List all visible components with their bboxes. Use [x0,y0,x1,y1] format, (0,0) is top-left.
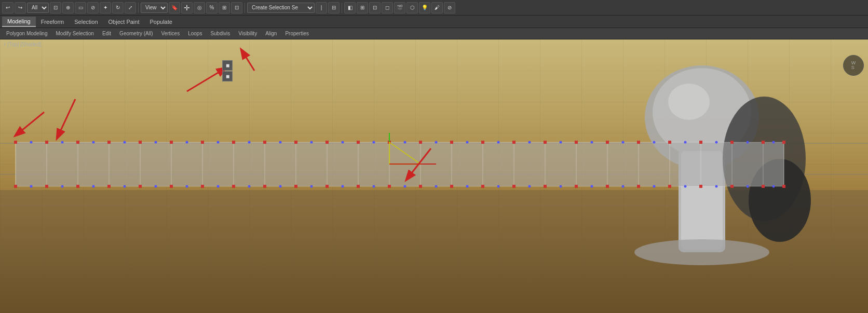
magnet-tool[interactable]: ⊞ [219,2,230,13]
svg-rect-83 [699,185,702,188]
tab-modeling[interactable]: Modeling [2,17,36,27]
material-tool[interactable]: ⬡ [406,2,418,13]
svg-rect-71 [326,185,329,188]
svg-point-103 [528,141,531,144]
mesh-strip [0,133,789,195]
svg-point-110 [747,141,749,144]
submenu-edit[interactable]: Edit [98,30,115,37]
bookmark-tool[interactable]: 🔖 [169,2,180,13]
svg-rect-36 [45,141,48,144]
svg-point-100 [435,141,438,144]
pin-tool[interactable]: ⊡ [231,2,242,13]
array-tool[interactable]: ⊞ [357,2,368,13]
sub-menu-bar: Polygon Modeling Modify Selection Edit G… [0,28,868,39]
undo-tool[interactable]: ↩ [2,2,13,13]
svg-point-121 [310,185,313,188]
panel-icon-1[interactable]: ◼ [222,60,233,71]
svg-rect-61 [14,185,17,188]
svg-point-114 [92,185,95,188]
svg-rect-67 [201,185,204,188]
svg-rect-86 [782,185,785,188]
viewport-label: + [Top] [Shaded] [3,42,41,47]
svg-point-93 [217,141,220,144]
svg-rect-54 [606,141,609,144]
svg-rect-66 [170,185,173,188]
submenu-loops[interactable]: Loops [184,30,206,37]
svg-point-105 [591,141,593,144]
all-dropdown[interactable]: All [27,3,49,13]
light-tool[interactable]: 💡 [419,2,430,13]
tab-populate[interactable]: Populate [144,17,177,26]
render-tool[interactable]: 🎬 [394,2,405,13]
lasso-tool[interactable]: ⊘ [87,2,99,13]
svg-point-113 [61,185,64,188]
submenu-subdivis[interactable]: Subdivis [206,30,234,37]
svg-point-126 [466,185,469,188]
svg-rect-62 [45,185,48,188]
svg-rect-37 [76,141,79,144]
percent-tool[interactable]: % [206,2,218,13]
submenu-geometry-all[interactable]: Geometry (All) [115,30,157,37]
svg-rect-75 [450,185,453,188]
rotate-tool[interactable]: ↻ [112,2,124,13]
svg-point-133 [684,185,687,188]
svg-point-87 [30,141,33,144]
panel-icon-2[interactable]: ◼ [222,71,233,81]
tab-freeform[interactable]: Freeform [36,17,70,26]
svg-rect-45 [326,141,329,144]
submenu-visibility[interactable]: Visibility [234,30,261,37]
svg-point-145 [668,84,710,120]
viewport[interactable]: + [Top] [Shaded] [0,39,868,313]
snap-tool[interactable]: ◎ [194,2,205,13]
svg-rect-44 [294,141,297,144]
submenu-vertices[interactable]: Vertices [157,30,184,37]
move-tool[interactable]: ⊕ [62,2,74,13]
paint-tool[interactable]: 🖌 [431,2,443,13]
svg-rect-46 [357,141,360,144]
select-tool[interactable]: ⊡ [50,2,61,13]
svg-rect-59 [762,141,765,144]
extra-tool[interactable]: ⊘ [444,2,455,13]
svg-point-116 [155,185,157,188]
pin2-tool[interactable]: | [316,2,327,13]
svg-rect-55 [637,141,640,144]
group-tool[interactable]: ⊡ [369,2,381,13]
submenu-align[interactable]: Align [261,30,281,37]
scale-tool[interactable]: ⤢ [125,2,136,13]
submenu-modify-selection[interactable]: Modify Selection [52,30,98,37]
rect-select-tool[interactable]: ▭ [75,2,86,13]
svg-point-130 [591,185,593,188]
svg-rect-82 [668,185,671,188]
svg-rect-64 [107,185,111,188]
create-selection-dropdown[interactable]: Create Selection Se [247,3,315,13]
floating-icon-panel: ◼ ◼ [222,60,233,81]
move-gizmo[interactable]: ✛ [181,2,193,13]
svg-rect-57 [699,141,702,144]
svg-point-132 [653,185,656,188]
svg-point-97 [342,141,344,144]
obj-tool[interactable]: ◻ [382,2,393,13]
align-tool[interactable]: ⊟ [328,2,340,13]
transform-tool[interactable]: ✦ [100,2,111,13]
svg-point-118 [217,185,220,188]
svg-point-107 [653,141,656,144]
submenu-polygon-modeling[interactable]: Polygon Modeling [2,30,52,37]
svg-rect-84 [730,185,734,188]
tab-objectpaint[interactable]: Object Paint [103,17,145,26]
view-dropdown[interactable]: View [141,3,168,13]
svg-rect-40 [170,141,173,144]
svg-point-119 [248,185,251,188]
tab-selection[interactable]: Selection [69,17,103,26]
separator-2 [245,3,245,13]
strip-svg [0,133,799,195]
svg-rect-49 [450,141,453,144]
svg-point-112 [30,185,33,188]
redo-tool[interactable]: ↪ [15,2,26,13]
svg-rect-41 [201,141,204,144]
mirror-tool[interactable]: ◧ [344,2,356,13]
submenu-properties[interactable]: Properties [281,30,313,37]
separator-1 [138,3,139,13]
svg-rect-70 [294,185,297,188]
svg-point-109 [715,141,718,144]
svg-point-92 [186,141,188,144]
